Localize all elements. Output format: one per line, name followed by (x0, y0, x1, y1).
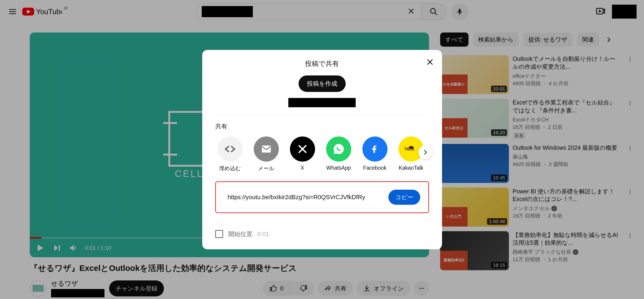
mail-icon (254, 136, 279, 162)
share-target-embed[interactable]: 埋め込む (215, 136, 245, 172)
share-target-label: Facebook (363, 165, 386, 171)
share-target-mail[interactable]: メール (252, 136, 281, 172)
share-target-whatsapp[interactable]: WhatsApp (324, 136, 354, 171)
chevron-right-icon (422, 149, 428, 156)
share-target-label: WhatsApp (326, 165, 351, 171)
share-target-label: X (301, 165, 304, 171)
share-url-box: https://youtu.be/bxIkir2dBzg?si=R0QSVrCJ… (220, 186, 424, 208)
share-target-x[interactable]: X (288, 136, 317, 171)
x-icon (290, 136, 315, 162)
start-at-label: 開始位置 (228, 230, 252, 238)
embed-icon (218, 136, 242, 162)
share-url-text[interactable]: https://youtu.be/bxIkir2dBzg?si=R0QSVrCJ… (228, 194, 384, 201)
modal-overlay[interactable]: 投稿で共有 投稿を作成 共有 埋め込むメールXWhatsAppFacebookT… (0, 0, 644, 299)
create-post-button[interactable]: 投稿を作成 (298, 76, 346, 92)
share-modal: 投稿で共有 投稿を作成 共有 埋め込むメールXWhatsAppFacebookT… (202, 50, 442, 249)
copy-button[interactable]: コピー (388, 190, 420, 205)
divider (215, 221, 429, 221)
share-target-label: 埋め込む (219, 165, 241, 172)
share-url-highlight: https://youtu.be/bxIkir2dBzg?si=R0QSVrCJ… (215, 181, 429, 213)
close-modal-button[interactable] (425, 57, 434, 68)
divider (215, 115, 429, 116)
whatsapp-icon (326, 136, 351, 162)
share-targets-row: 埋め込むメールXWhatsAppFacebookTALKKakaoTalk (215, 136, 429, 172)
share-targets-next-button[interactable] (418, 145, 432, 159)
svg-point-25 (408, 146, 414, 149)
modal-title: 投稿で共有 (215, 59, 429, 68)
facebook-icon (362, 136, 388, 162)
share-target-label: メール (258, 165, 274, 172)
start-at-row: 開始位置 0:01 (215, 230, 429, 238)
close-icon (425, 57, 434, 66)
share-section-label: 共有 (215, 122, 429, 130)
share-target-facebook[interactable]: Facebook (360, 136, 390, 171)
modal-redacted-text (288, 98, 356, 107)
share-target-label: KakaoTalk (398, 165, 423, 171)
start-at-checkbox[interactable] (215, 230, 223, 238)
start-at-time[interactable]: 0:01 (258, 230, 269, 238)
